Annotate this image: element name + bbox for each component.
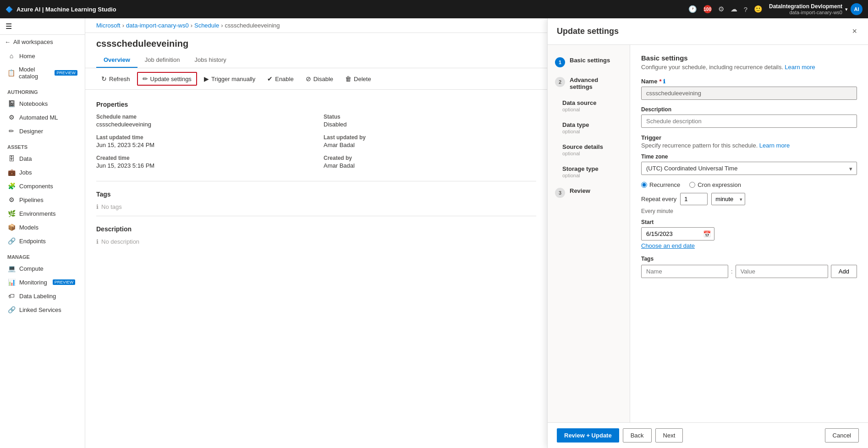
info-icon: ℹ [96, 203, 99, 210]
smiley-icon[interactable]: 🙂 [754, 5, 763, 13]
name-input[interactable] [641, 87, 857, 100]
repeat-every-row: Repeat every minute hour day week month [641, 193, 857, 205]
sidebar-item-compute[interactable]: 💻 Compute [0, 262, 85, 275]
update-settings-button[interactable]: ✏ Update settings [137, 72, 197, 86]
topbar-title: 🔷 Azure AI | Machine Learning Studio [5, 6, 116, 13]
data-icon: 🗄 [7, 155, 16, 162]
sidebar-item-model-catalog[interactable]: 📋 Model catalog PREVIEW [0, 63, 85, 83]
tags-form-label: Tags [641, 256, 857, 262]
tags-colon: : [731, 268, 733, 275]
repeat-every-input[interactable] [680, 193, 708, 205]
no-tags-text: ℹ No tags [96, 203, 536, 210]
sidebar-item-notebooks[interactable]: 📓 Notebooks [0, 97, 85, 110]
sidebar-item-data[interactable]: 🗄 Data [0, 152, 85, 165]
wizard-step-review[interactable]: 3 Review [548, 183, 630, 202]
no-description-text: ℹ No description [96, 238, 536, 245]
sidebar-item-pipelines[interactable]: ⚙ Pipelines [0, 193, 85, 207]
recurrence-radio-input[interactable] [641, 182, 647, 188]
delete-button[interactable]: 🗑 Delete [340, 72, 376, 85]
tab-job-definition[interactable]: Job definition [137, 53, 187, 68]
wizard-step-data-source[interactable]: Data source optional [548, 95, 630, 117]
tags-add-button[interactable]: Add [831, 265, 857, 278]
tags-value-input[interactable] [736, 265, 828, 278]
sidebar-item-data-labeling[interactable]: 🏷 Data Labeling [0, 289, 85, 303]
footer-left-actions: Review + Update Back Next [557, 428, 683, 443]
breadcrumb-microsoft[interactable]: Microsoft [96, 22, 121, 29]
notification-badge[interactable]: 100 [703, 5, 712, 13]
sidebar-item-designer[interactable]: ✏ Designer [0, 124, 85, 138]
trigger-learn-more-link[interactable]: Learn more [759, 142, 790, 149]
preview-badge: PREVIEW [55, 70, 77, 76]
every-minute-note: Every minute [641, 208, 857, 214]
cancel-button[interactable]: Cancel [825, 428, 859, 443]
timezone-field-group: Time zone (UTC) Coordinated Universal Ti… [641, 153, 857, 175]
breadcrumb-sep2: › [191, 22, 192, 29]
wizard-step-advanced[interactable]: 2 Advanced settings [548, 72, 630, 95]
sidebar-item-models[interactable]: 📦 Models [0, 220, 85, 234]
panel-close-button[interactable]: × [850, 25, 859, 38]
models-icon: 📦 [7, 224, 16, 231]
back-button[interactable]: Back [623, 428, 652, 443]
sidebar-item-linked-services[interactable]: 🔗 Linked Services [0, 303, 85, 317]
cloud-icon[interactable]: ☁ [731, 5, 737, 13]
sidebar-item-components[interactable]: 🧩 Components [0, 179, 85, 193]
created-time-prop: Created time Jun 15, 2023 5:16 PM [96, 155, 309, 169]
step-num-1: 1 [555, 57, 565, 67]
properties-title: Properties [96, 101, 536, 108]
account-switcher[interactable]: DataIntegration Devlopment data-import-c… [769, 3, 863, 15]
cron-radio[interactable]: Cron expression [689, 181, 741, 188]
sidebar-item-jobs[interactable]: 💼 Jobs [0, 165, 85, 179]
tab-overview[interactable]: Overview [96, 53, 137, 68]
choose-end-date-link[interactable]: Choose an end date [641, 242, 857, 249]
breadcrumb-current: cssscheduleeveining [225, 22, 280, 29]
environments-icon: 🌿 [7, 210, 16, 217]
step-info-advanced: Advanced settings [570, 76, 622, 90]
pipelines-icon: ⚙ [7, 196, 16, 203]
breadcrumb-workspace[interactable]: data-import-canary-ws0 [126, 22, 189, 29]
trigger-desc: Specify recurrence pattern for this sche… [641, 142, 857, 149]
wizard-step-data-type[interactable]: Data type optional [548, 117, 630, 139]
wizard-step-basic[interactable]: 1 Basic settings [548, 52, 630, 72]
cron-radio-input[interactable] [689, 182, 695, 188]
breadcrumb-schedule[interactable]: Schedule [194, 22, 219, 29]
help-icon[interactable]: ? [744, 5, 747, 13]
model-catalog-icon: 📋 [7, 69, 15, 76]
history-icon[interactable]: 🕐 [688, 5, 697, 13]
refresh-button[interactable]: ↻ Refresh [96, 72, 135, 85]
review-update-button[interactable]: Review + Update [557, 428, 619, 443]
wizard-step-source-details[interactable]: Source details optional [548, 139, 630, 161]
content-area: Microsoft › data-import-canary-ws0 › Sch… [85, 18, 547, 448]
chevron-down-icon: ▾ [845, 6, 848, 12]
sidebar-item-endpoints[interactable]: 🔗 Endpoints [0, 234, 85, 248]
sidebar-item-monitoring[interactable]: 📊 Monitoring PREVIEW [0, 275, 85, 289]
tab-jobs-history[interactable]: Jobs history [187, 53, 233, 68]
recurrence-radio[interactable]: Recurrence [641, 181, 680, 188]
settings-icon[interactable]: ⚙ [718, 5, 724, 13]
user-avatar[interactable]: AI [851, 3, 863, 15]
sidebar-item-automated-ml[interactable]: ⚙ Automated ML [0, 110, 85, 124]
disable-button[interactable]: ⊘ Disable [301, 72, 338, 85]
next-button[interactable]: Next [655, 428, 683, 443]
learn-more-link[interactable]: Learn more [785, 64, 815, 71]
sidebar-item-environments[interactable]: 🌿 Environments [0, 207, 85, 220]
hamburger-icon[interactable]: ☰ [5, 22, 12, 31]
breadcrumb-sep1: › [122, 22, 124, 29]
step-info-source-details: Source details optional [562, 143, 603, 156]
trigger-manually-button[interactable]: ▶ Trigger manually [199, 72, 260, 85]
step-info-storage-type: Storage type optional [562, 165, 599, 178]
tags-name-input[interactable] [641, 265, 728, 278]
sidebar-item-home[interactable]: ⌂ Home [0, 49, 85, 63]
schedule-name-prop: Schedule name cssscheduleeveining [96, 114, 309, 128]
page-header: cssscheduleeveining [85, 33, 547, 53]
all-workspaces-link[interactable]: ← All workspaces [0, 35, 85, 49]
monitoring-preview-badge: PREVIEW [53, 279, 76, 285]
panel-body: 1 Basic settings 2 Advanced settings Dat… [548, 45, 868, 422]
description-input[interactable] [641, 115, 857, 128]
timezone-select[interactable]: (UTC) Coordinated Universal Time (UTC+00… [641, 162, 857, 175]
panel-footer: Review + Update Back Next Cancel [548, 422, 868, 448]
wizard-step-storage-type[interactable]: Storage type optional [548, 161, 630, 183]
repeat-unit-select[interactable]: minute hour day week month [711, 193, 745, 205]
automated-ml-icon: ⚙ [7, 114, 16, 121]
enable-button[interactable]: ✔ Enable [262, 72, 298, 85]
tags-title: Tags [96, 191, 536, 198]
